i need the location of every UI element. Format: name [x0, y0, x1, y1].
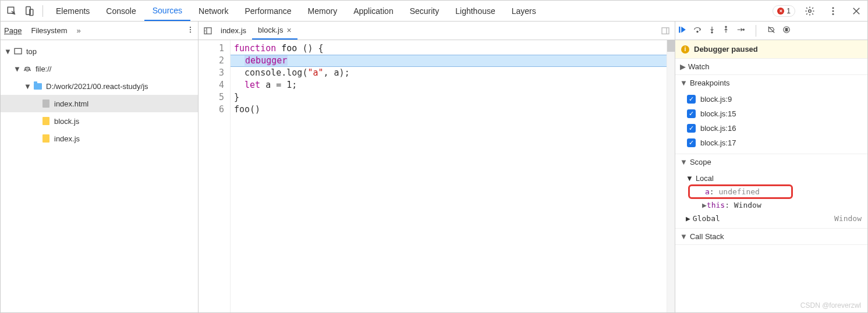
step-out-icon[interactable]: [722, 26, 730, 35]
error-badge[interactable]: × 1: [773, 5, 795, 17]
svg-rect-19: [785, 29, 786, 31]
tab-network[interactable]: Network: [190, 1, 236, 21]
checkbox-icon[interactable]: ✓: [687, 109, 696, 118]
tab-sources[interactable]: Sources: [144, 1, 190, 21]
svg-rect-20: [787, 29, 788, 31]
kebab-icon[interactable]: [828, 6, 838, 16]
breakpoint-row[interactable]: ✓block.js:17: [675, 136, 867, 150]
scope-local-label: Local: [696, 174, 714, 183]
svg-point-16: [725, 26, 727, 27]
tree-file-label: block.js: [54, 117, 79, 126]
svg-point-9: [190, 31, 191, 33]
navigator-pane: Page Filesystem » ▼top ▼file:// ▼D:/work…: [1, 22, 199, 312]
device-icon[interactable]: [24, 6, 34, 16]
tree-file[interactable]: block.js: [1, 112, 198, 130]
var-value: Window: [734, 201, 761, 209]
tab-lighthouse[interactable]: Lighthouse: [447, 1, 504, 21]
section-breakpoints[interactable]: ▼Breakpoints: [675, 75, 867, 91]
toggle-sidebar-icon[interactable]: [661, 26, 670, 35]
tree-file[interactable]: index.html: [1, 95, 198, 112]
step-into-icon[interactable]: [708, 26, 716, 35]
section-label: Call Stack: [690, 232, 724, 241]
section-label: Watch: [688, 62, 709, 71]
tree-folder-label: D:/work/2021/00.react-study/js: [46, 82, 148, 91]
nav-tab-more[interactable]: »: [77, 26, 81, 35]
scope-global[interactable]: ▶GlobalWindow: [675, 212, 867, 225]
svg-rect-13: [679, 27, 680, 33]
error-icon: ×: [777, 8, 784, 15]
editor-pane: index.js block.js× 123456 function foo (…: [199, 22, 675, 312]
breakpoint-label: block.js:15: [700, 109, 736, 118]
kebab-icon[interactable]: [186, 26, 194, 35]
info-icon: i: [681, 45, 689, 54]
gear-icon[interactable]: [805, 6, 815, 16]
checkbox-icon[interactable]: ✓: [687, 124, 696, 133]
section-label: Scope: [690, 158, 711, 166]
section-scope[interactable]: ▼Scope: [675, 154, 867, 170]
step-over-icon[interactable]: [693, 26, 702, 35]
tree-origin[interactable]: ▼file://: [1, 60, 198, 77]
nav-tab-filesystem[interactable]: Filesystem: [31, 26, 67, 35]
resume-icon[interactable]: [678, 26, 687, 35]
svg-point-15: [711, 32, 713, 33]
scope-local[interactable]: ▼Local: [686, 172, 867, 184]
tree-file[interactable]: index.js: [1, 130, 198, 147]
tree-folder[interactable]: ▼D:/work/2021/00.react-study/js: [1, 77, 198, 95]
file-tree: ▼top ▼file:// ▼D:/work/2021/00.react-stu…: [1, 40, 198, 150]
close-icon[interactable]: [851, 6, 862, 16]
tab-elements[interactable]: Elements: [48, 1, 98, 21]
tree-top-label: top: [26, 47, 37, 56]
section-label: Breakpoints: [690, 79, 730, 87]
section-callstack[interactable]: ▼Call Stack: [675, 229, 867, 244]
toggle-nav-icon[interactable]: [203, 26, 212, 35]
divider: [756, 25, 756, 37]
checkbox-icon[interactable]: ✓: [687, 95, 696, 104]
svg-point-7: [190, 27, 191, 28]
step-icon[interactable]: [736, 26, 745, 35]
svg-point-5: [832, 10, 834, 12]
divider: [42, 5, 43, 17]
devtools-toolbar: Elements Console Sources Network Perform…: [1, 1, 867, 22]
breakpoint-row[interactable]: ✓block.js:15: [675, 106, 867, 121]
tab-performance[interactable]: Performance: [236, 1, 299, 21]
panel-tabs: Elements Console Sources Network Perform…: [48, 1, 544, 21]
breakpoint-row[interactable]: ✓block.js:9: [675, 92, 867, 106]
error-count: 1: [786, 7, 791, 15]
breakpoint-label: block.js:9: [700, 95, 732, 104]
tab-application[interactable]: Application: [345, 1, 402, 21]
debugger-status: i Debugger paused: [675, 40, 867, 59]
tab-memory[interactable]: Memory: [300, 1, 346, 21]
debugger-pane: i Debugger paused ▶Watch ▼Breakpoints ✓b…: [675, 22, 867, 312]
svg-point-14: [697, 31, 698, 32]
svg-point-17: [743, 29, 744, 30]
file-tab[interactable]: block.js×: [252, 22, 297, 40]
scope-global-value: Window: [834, 214, 867, 223]
svg-point-6: [832, 13, 834, 15]
breakpoint-label: block.js:17: [700, 138, 736, 147]
file-tab[interactable]: index.js: [215, 22, 252, 40]
tab-security[interactable]: Security: [402, 1, 448, 21]
pause-exceptions-icon[interactable]: [782, 26, 791, 35]
checkbox-icon[interactable]: ✓: [687, 138, 696, 147]
var-name: this: [707, 201, 725, 209]
variable-this[interactable]: ▶this: Window: [686, 199, 867, 211]
scope-global-label: Global: [693, 214, 720, 223]
section-watch[interactable]: ▶Watch: [675, 59, 867, 74]
svg-point-3: [809, 9, 812, 12]
nav-tab-page[interactable]: Page: [4, 26, 22, 35]
breakpoint-label: block.js:16: [700, 124, 736, 133]
svg-point-8: [190, 29, 191, 30]
tab-layers[interactable]: Layers: [504, 1, 544, 21]
breakpoint-row[interactable]: ✓block.js:16: [675, 121, 867, 136]
code-body[interactable]: function foo () { debugger console.log("…: [231, 40, 675, 312]
code-editor[interactable]: 123456 function foo () { debugger consol…: [199, 40, 675, 312]
svg-rect-12: [662, 27, 669, 34]
tab-console[interactable]: Console: [98, 1, 144, 21]
tree-file-label: index.js: [54, 134, 80, 143]
deactivate-bp-icon[interactable]: [767, 26, 776, 35]
tree-top[interactable]: ▼top: [1, 42, 198, 60]
svg-rect-10: [15, 48, 22, 54]
close-tab-icon[interactable]: ×: [286, 26, 291, 35]
inspect-icon[interactable]: [6, 6, 17, 16]
svg-point-4: [832, 7, 834, 9]
